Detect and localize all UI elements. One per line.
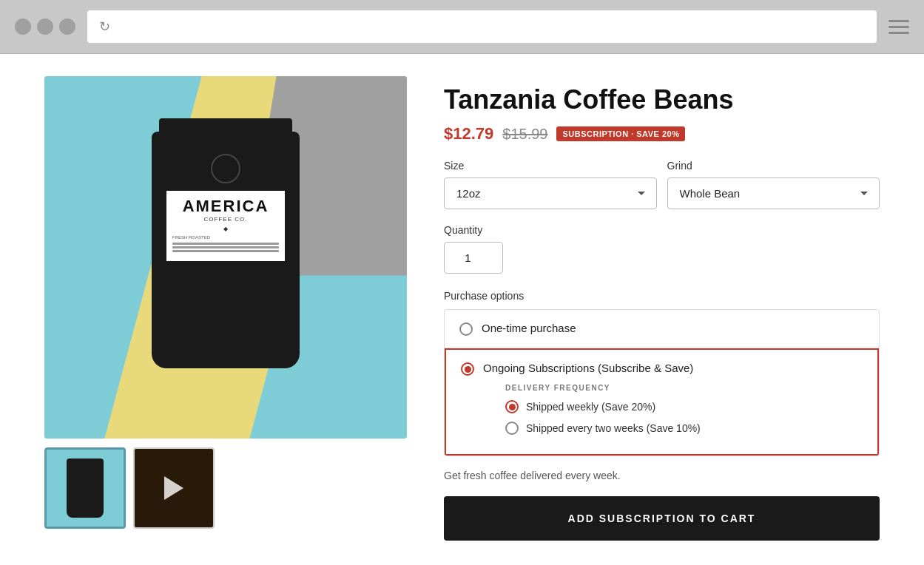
purchase-options-label: Purchase options [444, 290, 880, 302]
bag-top [159, 118, 292, 137]
delivery-freq-label: DELIVERY FREQUENCY [505, 384, 863, 392]
thumbnail-1[interactable] [44, 447, 126, 529]
bag-brand-name: AMERICA [172, 198, 279, 214]
grind-select[interactable]: Whole Bean Coarse Medium Fine Extra Fine [667, 177, 880, 209]
subscription-inner: Ongoing Subscriptions (Subscribe & Save)… [461, 362, 863, 442]
browser-dot-1 [15, 18, 31, 35]
price-original: $15.99 [502, 126, 547, 143]
thumb-main-bg [47, 450, 124, 527]
size-label: Size [444, 160, 657, 172]
image-background: AMERICA COFFEE CO. ◆ FRESH ROASTED [44, 76, 407, 439]
bag-label: AMERICA COFFEE CO. ◆ FRESH ROASTED [166, 191, 285, 261]
browser-chrome: ↻ [0, 0, 924, 54]
play-icon [164, 476, 183, 500]
subscription-label: Ongoing Subscriptions (Subscribe & Save) [483, 362, 693, 374]
bag-brand-sub: COFFEE CO. [172, 216, 279, 223]
thumb-video-bg [135, 449, 213, 527]
browser-dot-3 [59, 18, 75, 35]
price-current: $12.79 [444, 124, 493, 143]
grind-label: Grind [667, 160, 880, 172]
price-row: $12.79 $15.99 SUBSCRIPTION · SAVE 20% [444, 124, 880, 143]
size-group: Size 12oz 1lb 5lb [444, 160, 657, 209]
bag-detail-roast: FRESH ROASTED [172, 235, 279, 240]
bag-line-2 [172, 246, 279, 248]
size-select[interactable]: 12oz 1lb 5lb [444, 177, 657, 209]
browser-menu-icon[interactable] [888, 20, 909, 34]
product-title: Tanzania Coffee Beans [444, 84, 880, 115]
burger-line-2 [888, 26, 909, 28]
bag-detail-lines [172, 243, 279, 252]
delivery-biweekly[interactable]: Shipped every two weeks (Save 10%) [505, 421, 863, 435]
delivery-weekly-label: Shipped weekly (Save 20%) [526, 401, 655, 413]
fresh-note: Get fresh coffee delivered every week. [444, 470, 880, 481]
selects-row: Size 12oz 1lb 5lb Grind Whole Bean Coars… [444, 160, 880, 209]
add-to-cart-button[interactable]: ADD SUBSCRIPTION TO CART [444, 496, 880, 541]
reload-icon[interactable]: ↻ [99, 18, 110, 35]
bag-body: AMERICA COFFEE CO. ◆ FRESH ROASTED [152, 132, 300, 368]
burger-line-1 [888, 20, 909, 22]
delivery-weekly[interactable]: Shipped weekly (Save 20%) [505, 399, 863, 413]
quantity-group: Quantity [444, 224, 880, 274]
product-info: Tanzania Coffee Beans $12.79 $15.99 SUBS… [444, 76, 880, 541]
thumb-bag [67, 459, 104, 518]
delivery-biweekly-label: Shipped every two weeks (Save 10%) [526, 422, 701, 434]
bag-details: FRESH ROASTED [172, 235, 279, 252]
address-bar[interactable]: ↻ [87, 10, 877, 43]
main-product-image: AMERICA COFFEE CO. ◆ FRESH ROASTED [44, 76, 407, 439]
thumbnails [44, 447, 407, 529]
bag-line-3 [172, 250, 279, 252]
browser-dot-2 [37, 18, 53, 35]
quantity-label: Quantity [444, 224, 880, 236]
quantity-input[interactable] [444, 242, 503, 274]
subscription-badge: SUBSCRIPTION · SAVE 20% [556, 126, 685, 141]
one-time-option[interactable]: One-time purchase [445, 310, 879, 348]
one-time-radio[interactable] [459, 322, 473, 336]
subscription-option[interactable]: Ongoing Subscriptions (Subscribe & Save)… [445, 348, 879, 456]
subscription-content: Ongoing Subscriptions (Subscribe & Save)… [483, 362, 863, 442]
grind-group: Grind Whole Bean Coarse Medium Fine Extr… [667, 160, 880, 209]
subscription-radio[interactable] [461, 362, 474, 376]
product-images: AMERICA COFFEE CO. ◆ FRESH ROASTED [44, 76, 407, 541]
one-time-label: One-time purchase [482, 322, 576, 334]
delivery-biweekly-radio[interactable] [505, 422, 519, 435]
bag-diamond: ◆ [172, 226, 279, 232]
coffee-bag: AMERICA COFFEE CO. ◆ FRESH ROASTED [144, 132, 307, 383]
burger-line-3 [888, 32, 909, 34]
one-time-inner: One-time purchase [459, 322, 864, 336]
purchase-options: One-time purchase Ongoing Subscriptions … [444, 309, 880, 456]
bag-circle [211, 154, 240, 183]
delivery-section: DELIVERY FREQUENCY Shipped weekly (Save … [483, 384, 863, 435]
browser-dots [15, 18, 75, 35]
delivery-weekly-radio[interactable] [505, 400, 519, 413]
page-content: AMERICA COFFEE CO. ◆ FRESH ROASTED [0, 54, 924, 565]
thumbnail-2[interactable] [133, 447, 215, 529]
bag-line-1 [172, 243, 279, 245]
